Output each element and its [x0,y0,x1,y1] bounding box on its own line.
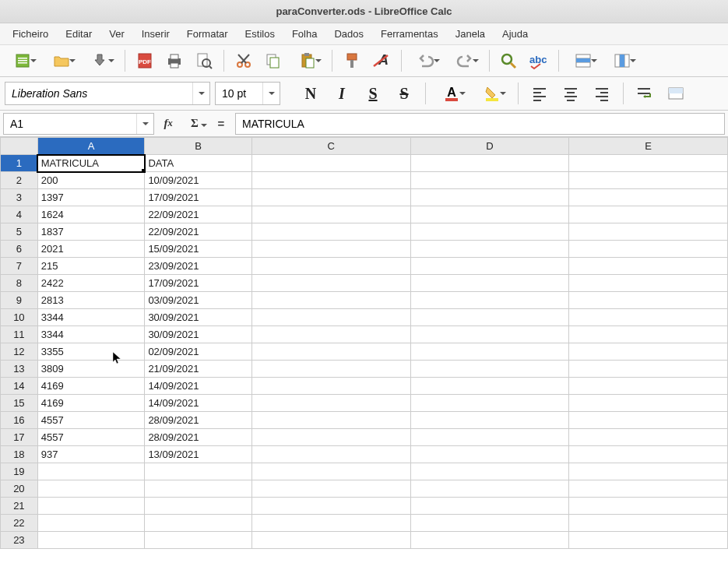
cell[interactable] [145,480,252,498]
cell[interactable] [569,206,728,223]
cell[interactable]: 14/09/2021 [145,395,252,412]
col-header-B[interactable]: B [145,138,252,155]
cell[interactable] [251,189,410,206]
clear-formatting-button[interactable]: A [368,47,395,74]
redo-button[interactable] [447,47,483,74]
cell[interactable]: 17/09/2021 [145,275,252,292]
cell[interactable] [410,498,569,515]
cell[interactable]: 10/09/2021 [145,172,252,189]
name-box-dropdown[interactable] [136,114,153,134]
column-button[interactable] [604,47,640,74]
menu-janela[interactable]: Janela [448,25,493,43]
cell[interactable] [569,241,728,258]
row-header[interactable]: 21 [1,498,38,515]
menu-dados[interactable]: Dados [326,25,371,43]
cell[interactable]: 30/09/2021 [145,309,252,326]
function-wizard-button[interactable]: fx [159,114,178,133]
row-header[interactable]: 3 [1,189,38,206]
cell[interactable] [37,515,145,532]
cell[interactable] [410,326,569,343]
cell[interactable] [410,480,569,498]
cell[interactable] [145,532,252,549]
cell[interactable] [251,206,410,223]
menu-inserir[interactable]: Inserir [134,25,178,43]
cell[interactable] [251,498,410,515]
cell[interactable] [569,343,728,361]
cell[interactable] [410,515,569,532]
row-header[interactable]: 12 [1,343,38,361]
row-header[interactable]: 10 [1,309,38,326]
cell[interactable] [251,361,410,378]
cell[interactable] [569,480,728,498]
cell[interactable] [251,429,410,446]
menu-editar[interactable]: Editar [58,25,100,43]
new-document-button[interactable] [5,47,40,74]
cell[interactable] [410,412,569,429]
row-header[interactable]: 18 [1,446,38,463]
row-header[interactable]: 1 [1,155,38,172]
save-button[interactable] [83,47,118,74]
sum-button[interactable]: Σ [182,114,207,133]
undo-button[interactable] [408,47,444,74]
cell[interactable] [569,446,728,463]
cell[interactable] [569,258,728,275]
cell[interactable] [569,463,728,480]
export-pdf-button[interactable]: PDF [132,47,158,74]
align-center-button[interactable] [557,80,584,107]
cell[interactable] [410,395,569,412]
cell[interactable]: 03/09/2021 [145,292,252,309]
cell[interactable] [569,395,728,412]
equals-button[interactable]: = [212,114,230,133]
cell[interactable]: 937 [37,446,145,463]
cell[interactable] [569,361,728,378]
italic-button[interactable]: I [329,80,355,107]
cell[interactable] [569,172,728,189]
cell[interactable] [251,343,410,361]
cell[interactable] [251,292,410,309]
cell[interactable]: 1397 [37,189,145,206]
row-header[interactable]: 7 [1,258,38,275]
cell[interactable] [410,189,569,206]
wrap-text-button[interactable] [631,80,658,107]
col-header-E[interactable]: E [569,138,728,155]
cell[interactable] [251,309,410,326]
font-name-dropdown-arrow[interactable] [192,83,209,104]
cell[interactable] [569,223,728,241]
cell[interactable]: 22/09/2021 [145,206,252,223]
cell[interactable]: 4557 [37,412,145,429]
cell[interactable] [410,532,569,549]
cell[interactable]: 4169 [37,395,145,412]
print-button[interactable] [161,47,188,74]
cell[interactable] [251,223,410,241]
merge-cells-button[interactable] [663,80,689,107]
cell[interactable] [410,378,569,395]
row-header[interactable]: 22 [1,515,38,532]
cell[interactable]: 30/09/2021 [145,326,252,343]
cell[interactable]: 215 [37,258,145,275]
strikethrough-button[interactable]: S [391,80,417,107]
cell[interactable] [251,480,410,498]
col-header-C[interactable]: C [251,138,410,155]
row-header[interactable]: 23 [1,532,38,549]
cell[interactable]: DATA [145,155,252,172]
spreadsheet-grid[interactable]: A B C D E 1MATRICULADATA220010/09/202131… [0,137,728,577]
select-all-corner[interactable] [1,138,38,155]
cell[interactable] [410,463,569,480]
cell[interactable]: 3809 [37,361,145,378]
cell[interactable] [569,309,728,326]
cell[interactable] [251,515,410,532]
cell[interactable] [251,172,410,189]
cell[interactable] [145,498,252,515]
cell[interactable] [569,189,728,206]
cell[interactable] [251,258,410,275]
cell[interactable] [410,172,569,189]
cell[interactable] [251,326,410,343]
cell[interactable]: 3355 [37,343,145,361]
menu-ajuda[interactable]: Ajuda [494,25,536,43]
cell[interactable] [410,446,569,463]
cell[interactable] [251,463,410,480]
cell[interactable] [251,395,410,412]
cell[interactable] [410,223,569,241]
menu-ver[interactable]: Ver [101,25,132,43]
row-header[interactable]: 8 [1,275,38,292]
